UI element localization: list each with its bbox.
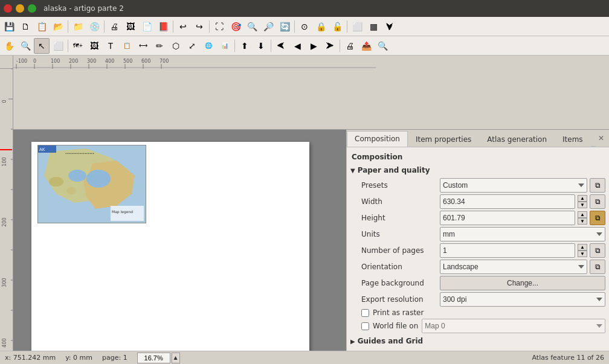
tb-save[interactable]: 💾 bbox=[1, 19, 17, 34]
height-spin-up[interactable]: ▲ bbox=[578, 211, 587, 218]
tb-select-all[interactable]: ⬜ bbox=[50, 38, 66, 54]
sep6 bbox=[347, 21, 347, 33]
orientation-select[interactable]: Landscape Portrait bbox=[440, 260, 587, 274]
tb-add-map[interactable]: 🗺+ bbox=[70, 38, 86, 54]
width-spinner: ▲ ▼ bbox=[578, 195, 587, 208]
svg-text:Map legend: Map legend bbox=[112, 209, 133, 214]
tb-export[interactable]: 📤 bbox=[358, 38, 374, 54]
canvas-area[interactable]: Map legend AK .................. bbox=[13, 130, 346, 351]
height-spin-down[interactable]: ▼ bbox=[578, 218, 587, 225]
tb-folder[interactable]: 📁 bbox=[70, 19, 86, 34]
svg-text:300: 300 bbox=[87, 59, 96, 64]
tb-print[interactable]: 🖨 bbox=[106, 19, 122, 34]
tb-zoom-full[interactable]: ⛶ bbox=[211, 19, 227, 34]
export-res-input-group: 300 dpi 96 dpi 150 dpi 600 dpi bbox=[440, 292, 605, 307]
tab-atlas-generation[interactable]: Atlas generation bbox=[479, 132, 555, 147]
svg-text:600: 600 bbox=[141, 59, 150, 64]
toolbar-1: 💾 🗋 📋 📂 📁 💿 🖨 🖼 📄 📕 ↩ ↪ ⛶ 🎯 🔍 🔎 🔄 ⊙ 🔒 🔓 … bbox=[0, 17, 609, 36]
page-background-btn[interactable]: Change... bbox=[440, 276, 605, 290]
presets-icon-btn[interactable]: ⧉ bbox=[590, 178, 605, 193]
tb-atlas-next[interactable]: ▶ bbox=[306, 38, 321, 54]
tb-more[interactable]: ⮟ bbox=[382, 19, 398, 34]
tb-zoom-in[interactable]: 🔍 bbox=[244, 19, 260, 34]
tb-zoom-layer[interactable]: 🎯 bbox=[228, 19, 243, 34]
height-row: Height ▲ ▼ ⧉ bbox=[350, 211, 605, 225]
tb-view-2[interactable]: ▦ bbox=[366, 19, 381, 34]
close-button[interactable] bbox=[4, 4, 12, 13]
panel-close-button[interactable]: ✕ bbox=[595, 132, 607, 144]
width-input[interactable] bbox=[440, 194, 575, 209]
map-thumbnail: Map legend AK .................. bbox=[37, 145, 146, 223]
tb-undo[interactable]: ↩ bbox=[175, 19, 191, 34]
tb-export-pdf[interactable]: 📕 bbox=[155, 19, 171, 34]
height-lock-btn[interactable]: ⧉ bbox=[590, 211, 605, 225]
tb-add-line[interactable]: ⤢ bbox=[184, 38, 200, 54]
svg-text:0: 0 bbox=[33, 59, 36, 64]
zoom-arrow-up[interactable]: ▲ bbox=[172, 353, 180, 363]
tb-zoom-tool[interactable]: 🔍 bbox=[18, 38, 33, 54]
export-res-select[interactable]: 300 dpi 96 dpi 150 dpi 600 dpi bbox=[440, 292, 605, 307]
tb-export-image[interactable]: 🖼 bbox=[123, 19, 138, 34]
tb-open-template[interactable]: 📋 bbox=[34, 19, 50, 34]
num-pages-input-group: ▲ ▼ ⧉ bbox=[440, 243, 605, 258]
page-background-label: Page background bbox=[361, 279, 440, 287]
tb-add-shape[interactable]: ✏ bbox=[152, 38, 167, 54]
tb-add-html[interactable]: 🌐 bbox=[201, 38, 216, 54]
num-pages-spin-up[interactable]: ▲ bbox=[578, 244, 587, 251]
width-spin-down[interactable]: ▼ bbox=[578, 202, 587, 208]
tb-redo[interactable]: ↪ bbox=[192, 19, 207, 34]
presets-select[interactable]: Custom bbox=[440, 178, 587, 193]
tb-print2[interactable]: 🖨 bbox=[342, 38, 358, 54]
tb-lower[interactable]: ⬇ bbox=[253, 38, 269, 54]
guides-grid-header[interactable]: ▶ Guides and Grid bbox=[350, 335, 605, 347]
tb-atlas-first[interactable]: ⊙ bbox=[297, 19, 312, 34]
tb-atlas-last[interactable]: ⮞ bbox=[322, 38, 338, 54]
tb-export-svg[interactable]: 📄 bbox=[139, 19, 155, 34]
width-spin-up[interactable]: ▲ bbox=[578, 195, 587, 202]
tb-zoom-out[interactable]: 🔎 bbox=[260, 19, 276, 34]
zoom-input[interactable] bbox=[137, 353, 170, 363]
tb-view-1[interactable]: ⬜ bbox=[349, 19, 365, 34]
tab-item-properties[interactable]: Item properties bbox=[408, 132, 479, 147]
tb-atlas-prev[interactable]: ⮜ bbox=[273, 38, 289, 54]
world-file-checkbox[interactable] bbox=[361, 322, 369, 330]
num-pages-input[interactable] bbox=[440, 243, 575, 258]
tb-unlock[interactable]: 🔓 bbox=[329, 19, 345, 34]
svg-text:200: 200 bbox=[2, 217, 7, 226]
tb-refresh[interactable]: 🔄 bbox=[277, 19, 292, 34]
tb-add-image[interactable]: 🖼 bbox=[86, 38, 102, 54]
export-res-row: Export resolution 300 dpi 96 dpi 150 dpi… bbox=[350, 292, 605, 307]
units-select[interactable]: mm cm in pt bbox=[440, 227, 605, 241]
sep1 bbox=[68, 21, 68, 33]
num-pages-spin-down[interactable]: ▼ bbox=[578, 251, 587, 257]
tb-new[interactable]: 🗋 bbox=[18, 19, 33, 34]
tb-select[interactable]: ↖ bbox=[34, 38, 50, 54]
tb-save-as[interactable]: 💿 bbox=[86, 19, 102, 34]
tb-add-polygon[interactable]: ⬡ bbox=[168, 38, 184, 54]
svg-text:200: 200 bbox=[69, 59, 78, 64]
tb-pan[interactable]: ✋ bbox=[1, 38, 17, 54]
height-input[interactable] bbox=[440, 211, 575, 225]
print-as-raster-checkbox[interactable] bbox=[361, 309, 369, 317]
tb-atlas-prev2[interactable]: ◀ bbox=[289, 38, 305, 54]
status-y: y: 0 mm bbox=[65, 354, 92, 362]
tb-search[interactable]: 🔍 bbox=[375, 38, 390, 54]
tab-items[interactable]: Items bbox=[555, 132, 591, 147]
paper-quality-header[interactable]: ▼ Paper and quality bbox=[350, 164, 605, 176]
tb-add-scalebar[interactable]: ⟷ bbox=[135, 38, 151, 54]
page-background-row: Page background Change... bbox=[350, 276, 605, 290]
tabs-container: Composition Item properties Atlas genera… bbox=[347, 130, 609, 147]
width-lock-btn[interactable]: ⧉ bbox=[590, 194, 605, 209]
tb-add-legend[interactable]: 📋 bbox=[119, 38, 135, 54]
world-file-select[interactable]: Map 0 bbox=[422, 319, 605, 333]
num-pages-icon-btn[interactable]: ⧉ bbox=[590, 243, 605, 258]
minimize-button[interactable] bbox=[16, 4, 24, 13]
orientation-icon-btn[interactable]: ⧉ bbox=[590, 260, 605, 274]
tb-raise[interactable]: ⬆ bbox=[237, 38, 253, 54]
tb-add-attr-table[interactable]: 📊 bbox=[217, 38, 233, 54]
tab-composition[interactable]: Composition bbox=[347, 131, 408, 147]
maximize-button[interactable] bbox=[28, 4, 36, 13]
tb-add-text[interactable]: T bbox=[103, 38, 118, 54]
tb-lock[interactable]: 🔒 bbox=[313, 19, 329, 34]
tb-open[interactable]: 📂 bbox=[50, 19, 66, 34]
